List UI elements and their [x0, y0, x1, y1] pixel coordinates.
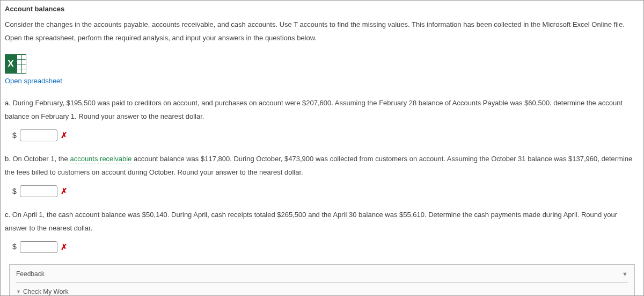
question-a: a. During February, $195,500 was paid to… — [5, 97, 639, 143]
question-b: b. On October 1, the accounts receivable… — [5, 153, 639, 199]
excel-icon-letter: X — [5, 54, 17, 74]
question-b-label: b. — [5, 155, 11, 163]
page-title: Account balances — [5, 5, 639, 13]
question-a-label: a. — [5, 99, 11, 107]
currency-symbol: $ — [12, 184, 17, 199]
currency-symbol: $ — [12, 128, 17, 143]
question-c: c. On April 1, the cash account balance … — [5, 208, 639, 255]
feedback-panel: Feedback ▼ ▼ Check My Work — [9, 264, 635, 296]
question-c-label: c. — [5, 211, 10, 219]
answer-row-b: $ ✗ — [5, 184, 639, 199]
currency-symbol: $ — [12, 240, 17, 254]
check-my-work-link[interactable]: ▼ Check My Work — [16, 288, 628, 295]
wrong-icon: ✗ — [61, 240, 68, 255]
answer-row-c: $ ✗ — [5, 240, 639, 255]
intro-text: Consider the changes in the accounts pay… — [5, 18, 639, 45]
wrong-icon: ✗ — [61, 128, 68, 143]
wrong-icon: ✗ — [61, 184, 68, 199]
question-c-text: On April 1, the cash account balance was… — [5, 211, 617, 232]
chevron-down-icon: ▼ — [622, 271, 628, 277]
check-my-work-label: Check My Work — [23, 288, 68, 295]
question-b-text-before: On October 1, the — [12, 155, 70, 163]
feedback-label: Feedback — [16, 270, 45, 278]
excel-link-block: X Open spreadsheet — [5, 54, 639, 85]
answer-input-b[interactable] — [20, 185, 57, 197]
question-container: Account balances Consider the changes in… — [0, 0, 644, 296]
triangle-down-icon: ▼ — [16, 289, 21, 294]
question-a-text: During February, $195,500 was paid to cr… — [5, 99, 623, 120]
feedback-header[interactable]: Feedback ▼ — [16, 270, 628, 283]
open-spreadsheet-link[interactable]: Open spreadsheet — [5, 77, 62, 85]
excel-icon[interactable]: X — [5, 54, 26, 74]
answer-input-c[interactable] — [20, 241, 57, 253]
excel-icon-sheet — [17, 54, 26, 74]
answer-row-a: $ ✗ — [5, 128, 639, 143]
answer-input-a[interactable] — [20, 129, 57, 141]
glossary-term-accounts-receivable[interactable]: accounts receivable — [70, 155, 131, 163]
